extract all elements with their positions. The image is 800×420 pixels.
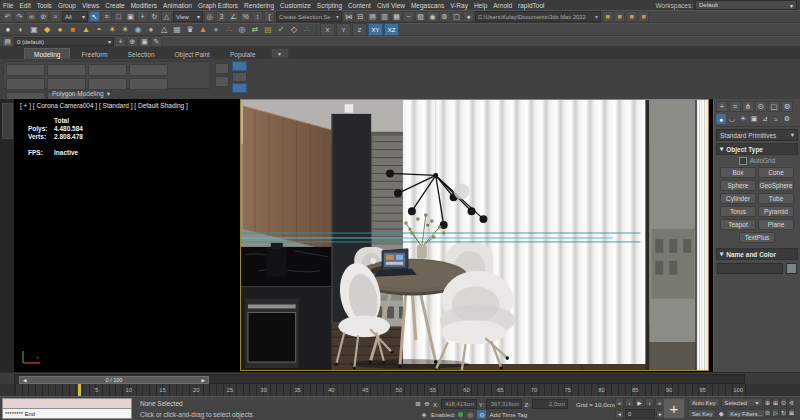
autogrid-checkbox[interactable]	[739, 157, 747, 165]
shapes-category-icon[interactable]: ◡	[727, 114, 737, 124]
auto-key-button[interactable]: Auto Key	[688, 398, 720, 407]
undo-icon[interactable]: ↶	[2, 11, 13, 22]
cameras-category-icon[interactable]: ▣	[749, 114, 759, 124]
current-frame-field[interactable]: 0	[625, 409, 655, 419]
object-color-swatch[interactable]	[786, 263, 797, 274]
obj-btn-box[interactable]: Box	[720, 167, 756, 178]
menu-modifiers[interactable]: Modifiers	[128, 2, 160, 9]
menu-civil-view[interactable]: Civil View	[374, 2, 408, 9]
ribbon-toggle-icon[interactable]: ▦	[391, 11, 402, 22]
unlink-selection-icon[interactable]: ⊘	[38, 11, 49, 22]
ribbon-tab-populate[interactable]: Populate	[221, 49, 265, 59]
large-plus-button[interactable]: +	[663, 398, 685, 419]
dark-sphere-icon[interactable]: ●	[210, 24, 222, 36]
create-new-layer-icon[interactable]: +	[115, 36, 126, 47]
menu-content[interactable]: Content	[345, 2, 374, 9]
next-frame-button[interactable]: ›	[645, 398, 654, 407]
orbit-icon[interactable]: ↻	[780, 408, 787, 417]
time-slider-handle[interactable]: ◀ 0 / 100 ▶	[19, 376, 209, 384]
render-camera-icon[interactable]: ▣	[28, 24, 40, 36]
curve-editor-icon[interactable]: ~	[403, 11, 414, 22]
z-coordinate-field[interactable]: 2,0cm	[532, 399, 568, 409]
select-object-icon[interactable]: ↖	[89, 11, 100, 22]
axis-x-button[interactable]: X	[320, 23, 335, 36]
time-slider-track[interactable]: ◀ 0 / 100 ▶	[14, 374, 745, 384]
obj-btn-torus[interactable]: Torus	[720, 206, 756, 217]
edit-named-sets-icon[interactable]: {	[264, 11, 275, 22]
geometry-category-icon[interactable]: ●	[716, 114, 726, 124]
archive-file-icon[interactable]: ■	[638, 11, 649, 22]
zoom-all-icon[interactable]: ⊞	[772, 398, 779, 407]
menu-views[interactable]: Views	[79, 2, 102, 9]
y-coordinate-field[interactable]: 367,316cm	[486, 399, 522, 409]
set-current-layer-icon[interactable]: ✎	[151, 36, 162, 47]
redo-icon[interactable]: ↷	[14, 11, 25, 22]
camera-view[interactable]	[240, 99, 709, 371]
motion-panel-tab-icon[interactable]: ⊙	[755, 101, 767, 112]
frame-down-button[interactable]: ◂	[615, 410, 624, 419]
time-tag-icon[interactable]: ⊙	[477, 410, 486, 419]
obj-btn-geosphere[interactable]: GeoSphere	[758, 180, 794, 191]
use-pivot-center-icon[interactable]: ◎	[204, 11, 215, 22]
lens-icon[interactable]: ◎	[236, 24, 248, 36]
window-crossing-icon[interactable]: ▣	[125, 11, 136, 22]
export-file-icon[interactable]: ■	[614, 11, 625, 22]
ribbon-button[interactable]	[215, 63, 229, 74]
current-frame-marker[interactable]	[78, 384, 81, 396]
ribbon-group-caption[interactable]: Polygon Modeling ▾	[52, 90, 110, 98]
manipulate-icon[interactable]: ◈	[420, 411, 428, 419]
render-production-icon[interactable]: ●	[463, 11, 474, 22]
menu-group[interactable]: Group	[55, 2, 79, 9]
corona-light-icon[interactable]: ◆	[41, 24, 53, 36]
previous-frame-button[interactable]: ‹	[625, 398, 634, 407]
ribbon-tab-object-paint[interactable]: Object Paint	[166, 49, 219, 59]
modify-panel-tab-icon[interactable]: ≈	[729, 101, 741, 112]
light-target-icon[interactable]: ▲	[80, 24, 92, 36]
hdri-environment-icon[interactable]: ◉	[132, 24, 144, 36]
create-panel-tab-icon[interactable]: +	[716, 101, 728, 112]
gray-sphere-icon[interactable]: ●	[145, 24, 157, 36]
object-name-field[interactable]	[717, 263, 783, 274]
selection-lock-icon[interactable]: ⊠	[414, 400, 422, 408]
menu-edit[interactable]: Edit	[16, 2, 33, 9]
ribbon-button[interactable]	[88, 64, 127, 76]
mirror-icon[interactable]: ⋈	[343, 11, 354, 22]
validate-icon[interactable]: ✔	[275, 24, 287, 36]
dome-light-icon[interactable]: ◓	[93, 24, 105, 36]
crown-icon[interactable]: ♛	[184, 24, 196, 36]
ribbon-button[interactable]	[6, 64, 45, 76]
ribbon-button[interactable]	[129, 64, 168, 76]
menu-help[interactable]: Help	[471, 2, 490, 9]
selection-set-dropdown[interactable]: Selected ▾	[721, 398, 763, 407]
ribbon-button[interactable]	[6, 78, 45, 90]
ribbon-button[interactable]	[47, 78, 86, 90]
absolute-mode-icon[interactable]: ⊕	[423, 400, 431, 408]
ribbon-button[interactable]	[47, 64, 86, 76]
layer-dropdown[interactable]: 0 (default) ▾	[14, 37, 114, 46]
spinner-snap-icon[interactable]: ↕	[252, 11, 263, 22]
diamond-tool-icon[interactable]: ◇	[288, 24, 300, 36]
obj-btn-plane[interactable]: Plane	[758, 219, 794, 230]
layer-explorer-icon[interactable]: ▥	[379, 11, 390, 22]
percent-snap-icon[interactable]: %	[240, 11, 251, 22]
bind-to-spacewarp-icon[interactable]: ≈	[50, 11, 61, 22]
object-type-rollout-header[interactable]: ▾ Object Type	[716, 143, 798, 155]
zoom-icon[interactable]: ⊕	[764, 398, 771, 407]
list-tools-icon[interactable]: ▤	[262, 24, 274, 36]
spacewarps-category-icon[interactable]: ≈	[771, 114, 781, 124]
maximize-viewport-icon[interactable]: ⊠	[788, 408, 795, 417]
set-key-button[interactable]: Set Key	[688, 409, 716, 418]
listener-pane[interactable]: ******** End	[2, 409, 132, 419]
obj-btn-sphere[interactable]: Sphere	[720, 180, 756, 191]
rectangular-selection-icon[interactable]: □	[113, 11, 124, 22]
play-button[interactable]: ▶	[635, 398, 644, 407]
utilities-panel-tab-icon[interactable]: ⚙	[781, 101, 793, 112]
obj-btn-cone[interactable]: Cone	[758, 167, 794, 178]
primitive-category-dropdown[interactable]: Standard Primitives ▾	[716, 129, 798, 141]
ribbon-tab-freeform[interactable]: Freeform	[72, 49, 116, 59]
corona-sphere-light-icon[interactable]: ●	[54, 24, 66, 36]
workspaces-dropdown[interactable]: Default ▾	[695, 0, 797, 10]
rendered-frame-window-icon[interactable]: ▢	[451, 11, 462, 22]
selection-filter-dropdown[interactable]: All ▾	[62, 11, 88, 22]
menu-v-ray[interactable]: V-Ray	[447, 2, 471, 9]
